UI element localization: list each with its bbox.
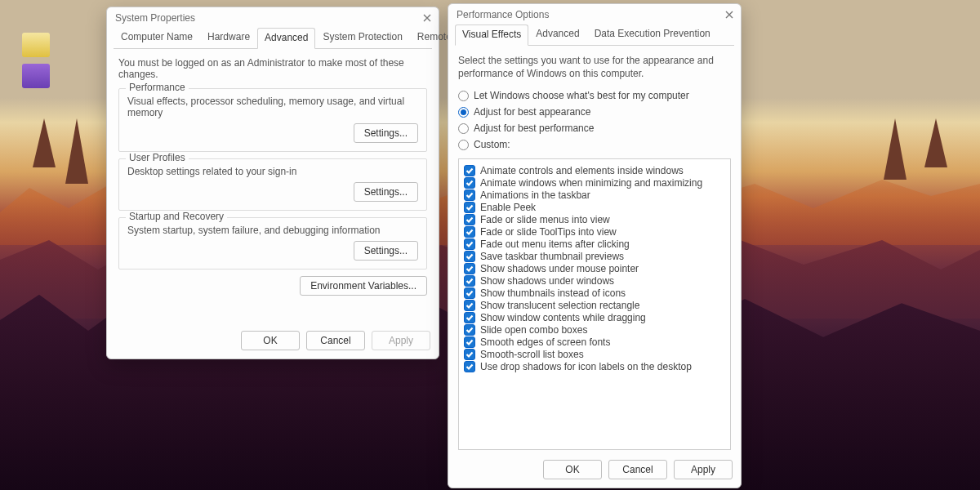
desktop-icon[interactable] xyxy=(10,33,62,59)
check-option-4[interactable]: Fade or slide menus into view xyxy=(464,214,725,225)
close-icon[interactable] xyxy=(421,13,432,24)
check-label: Show shadows under mouse pointer xyxy=(480,263,639,274)
checkbox-icon[interactable] xyxy=(464,275,475,287)
checkbox-icon[interactable] xyxy=(464,287,475,299)
group-performance: Performance Visual effects, processor sc… xyxy=(118,88,427,152)
check-option-16[interactable]: Use drop shadows for icon labels on the … xyxy=(464,361,725,372)
check-option-1[interactable]: Animate windows when minimizing and maxi… xyxy=(464,177,725,189)
user-profiles-settings-button[interactable]: Settings... xyxy=(354,182,418,202)
group-startup-legend: Startup and Recovery xyxy=(126,211,227,222)
radio-icon[interactable] xyxy=(458,123,469,134)
tab-dep[interactable]: Data Execution Prevention xyxy=(587,24,718,45)
sys-apply-button[interactable]: Apply xyxy=(372,331,430,350)
tab-system-protection[interactable]: System Protection xyxy=(315,27,409,48)
system-properties-title: System Properties xyxy=(115,12,195,24)
radio-option-0[interactable]: Let Windows choose what's best for my co… xyxy=(458,90,731,101)
check-option-12[interactable]: Show window contents while dragging xyxy=(464,312,725,323)
checkbox-icon[interactable] xyxy=(464,349,475,360)
checkbox-icon[interactable] xyxy=(464,312,475,323)
checkbox-icon[interactable] xyxy=(464,251,475,262)
check-option-11[interactable]: Show translucent selection rectangle xyxy=(464,300,725,311)
check-label: Fade out menu items after clicking xyxy=(480,238,630,250)
radio-label: Let Windows choose what's best for my co… xyxy=(474,90,689,101)
radio-option-3[interactable]: Custom: xyxy=(458,139,731,150)
group-performance-desc: Visual effects, processor scheduling, me… xyxy=(127,96,418,118)
tab-computer-name[interactable]: Computer Name xyxy=(114,27,200,48)
check-label: Smooth-scroll list boxes xyxy=(480,349,584,360)
checkbox-icon[interactable] xyxy=(464,324,475,336)
tab-hardware[interactable]: Hardware xyxy=(200,27,257,48)
check-option-5[interactable]: Fade or slide ToolTips into view xyxy=(464,226,725,238)
check-label: Smooth edges of screen fonts xyxy=(480,336,610,348)
check-option-8[interactable]: Show shadows under mouse pointer xyxy=(464,263,725,274)
perf-intro-text: Select the settings you want to use for … xyxy=(458,54,731,80)
check-option-2[interactable]: Animations in the taskbar xyxy=(464,189,725,201)
group-user-profiles: User Profiles Desktop settings related t… xyxy=(118,158,427,211)
desktop-icon[interactable] xyxy=(10,64,62,90)
group-startup-desc: System startup, system failure, and debu… xyxy=(127,225,418,236)
radio-label: Adjust for best performance xyxy=(474,122,594,134)
check-option-9[interactable]: Show shadows under windows xyxy=(464,275,725,287)
checkbox-icon[interactable] xyxy=(464,263,475,274)
check-option-15[interactable]: Smooth-scroll list boxes xyxy=(464,349,725,360)
check-option-6[interactable]: Fade out menu items after clicking xyxy=(464,238,725,250)
check-label: Save taskbar thumbnail previews xyxy=(480,251,624,262)
check-label: Animate controls and elements inside win… xyxy=(480,165,684,176)
checkbox-icon[interactable] xyxy=(464,189,475,201)
check-option-10[interactable]: Show thumbnails instead of icons xyxy=(464,287,725,299)
environment-variables-button[interactable]: Environment Variables... xyxy=(300,276,427,296)
check-option-14[interactable]: Smooth edges of screen fonts xyxy=(464,336,725,348)
admin-intro-text: You must be logged on as an Administrato… xyxy=(118,57,427,80)
performance-settings-button[interactable]: Settings... xyxy=(354,123,418,143)
checkbox-icon[interactable] xyxy=(464,177,475,189)
check-label: Slide open combo boxes xyxy=(480,324,587,336)
checkbox-icon[interactable] xyxy=(464,238,475,250)
check-label: Show translucent selection rectangle xyxy=(480,300,639,311)
radio-option-2[interactable]: Adjust for best performance xyxy=(458,122,731,134)
check-label: Show shadows under windows xyxy=(480,275,614,287)
check-label: Animations in the taskbar xyxy=(480,189,590,201)
checkbox-icon[interactable] xyxy=(464,226,475,238)
check-label: Show window contents while dragging xyxy=(480,312,646,323)
radio-label: Custom: xyxy=(474,139,510,150)
radio-option-1[interactable]: Adjust for best appearance xyxy=(458,106,731,118)
tab-perf-advanced[interactable]: Advanced xyxy=(528,24,586,45)
check-label: Show thumbnails instead of icons xyxy=(480,287,626,299)
checkbox-icon[interactable] xyxy=(464,361,475,372)
system-properties-dialog: System Properties Computer Name Hardware… xyxy=(106,7,439,359)
close-icon[interactable] xyxy=(724,10,734,20)
sys-cancel-button[interactable]: Cancel xyxy=(306,331,365,350)
group-startup-recovery: Startup and Recovery System startup, sys… xyxy=(118,217,427,270)
sys-ok-button[interactable]: OK xyxy=(241,331,300,350)
perf-cancel-button[interactable]: Cancel xyxy=(608,460,667,479)
check-label: Use drop shadows for icon labels on the … xyxy=(480,361,692,372)
checkbox-icon[interactable] xyxy=(464,336,475,348)
radio-icon[interactable] xyxy=(458,91,469,101)
checkbox-icon[interactable] xyxy=(464,165,475,176)
check-label: Fade or slide ToolTips into view xyxy=(480,226,617,238)
check-label: Fade or slide menus into view xyxy=(480,214,610,225)
tab-visual-effects[interactable]: Visual Effects xyxy=(455,24,528,46)
radio-icon[interactable] xyxy=(458,140,469,150)
group-user-profiles-desc: Desktop settings related to your sign-in xyxy=(127,166,418,177)
radio-label: Adjust for best appearance xyxy=(474,106,590,118)
check-option-3[interactable]: Enable Peek xyxy=(464,202,725,213)
group-performance-legend: Performance xyxy=(126,82,189,93)
visual-effects-checklist[interactable]: Animate controls and elements inside win… xyxy=(458,158,731,450)
perf-ok-button[interactable]: OK xyxy=(543,460,602,479)
performance-options-title: Performance Options xyxy=(457,9,549,20)
check-option-7[interactable]: Save taskbar thumbnail previews xyxy=(464,251,725,262)
checkbox-icon[interactable] xyxy=(464,300,475,311)
system-properties-tabs: Computer Name Hardware Advanced System P… xyxy=(107,27,439,48)
checkbox-icon[interactable] xyxy=(464,214,475,225)
tab-advanced[interactable]: Advanced xyxy=(257,28,315,49)
check-label: Animate windows when minimizing and maxi… xyxy=(480,177,702,189)
group-user-profiles-legend: User Profiles xyxy=(126,152,189,163)
checkbox-icon[interactable] xyxy=(464,202,475,213)
startup-settings-button[interactable]: Settings... xyxy=(354,241,418,261)
radio-icon[interactable] xyxy=(458,107,469,118)
perf-apply-button[interactable]: Apply xyxy=(674,460,733,479)
check-label: Enable Peek xyxy=(480,202,536,213)
check-option-0[interactable]: Animate controls and elements inside win… xyxy=(464,165,725,176)
check-option-13[interactable]: Slide open combo boxes xyxy=(464,324,725,336)
